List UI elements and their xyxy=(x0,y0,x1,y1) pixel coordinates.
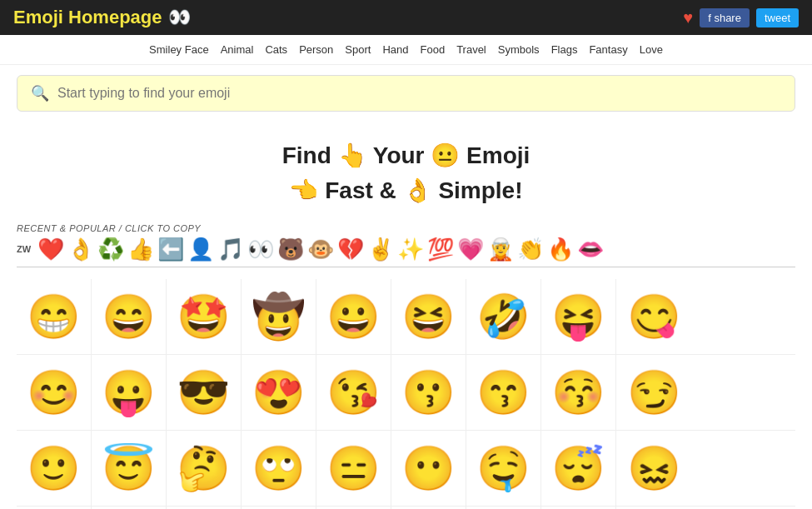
nav-item-travel[interactable]: Travel xyxy=(456,43,486,56)
nav-item-smiley-face[interactable]: Smiley Face xyxy=(149,43,209,56)
recent-emoji[interactable]: 👍 xyxy=(127,238,154,260)
share-button[interactable]: f share xyxy=(700,8,750,27)
recent-section: RECENT & POPULAR / click to copy ZW ❤️👌♻… xyxy=(0,217,812,271)
emoji-cell[interactable]: 😘 xyxy=(316,355,391,430)
nav-item-animal[interactable]: Animal xyxy=(221,43,254,56)
recent-emoji[interactable]: 👏 xyxy=(517,238,544,260)
emoji-cell[interactable]: 🤠 xyxy=(242,279,316,354)
recent-emoji[interactable]: 🎵 xyxy=(217,238,244,260)
emoji-cell[interactable]: 😀 xyxy=(316,279,391,354)
nav-item-hand[interactable]: Hand xyxy=(382,43,408,56)
search-container: 🔍 xyxy=(17,75,795,112)
recent-emoji[interactable]: ⬅️ xyxy=(157,238,184,260)
recent-label: RECENT & POPULAR / click to copy xyxy=(17,223,795,233)
emoji-cell[interactable]: 🤣 xyxy=(466,279,541,354)
emoji-cell[interactable]: 🙂 xyxy=(17,431,92,506)
recent-emoji[interactable]: 💔 xyxy=(337,238,364,260)
site-title: Emoji Homepage xyxy=(13,7,162,28)
header: Emoji Homepage 👀 ♥ f share tweet xyxy=(0,0,812,35)
tweet-button[interactable]: tweet xyxy=(756,8,799,27)
emoji-cell[interactable]: 😚 xyxy=(541,355,616,430)
emoji-cell[interactable]: 😄 xyxy=(92,279,167,354)
emoji-cell[interactable]: 🙄 xyxy=(242,431,316,506)
emoji-cell[interactable]: 😙 xyxy=(466,355,541,430)
header-right: ♥ f share tweet xyxy=(683,8,799,27)
eyes-emoji: 👀 xyxy=(168,7,191,28)
nav-item-symbols[interactable]: Symbols xyxy=(498,43,540,56)
emoji-row: 🙂😇🤔🙄😑😶🤤😴😖 xyxy=(17,431,795,507)
hero-section: Find 👆 Your 😐 Emoji 👈 Fast & 👌 Simple! xyxy=(0,122,812,217)
recent-emoji[interactable]: ❤️ xyxy=(37,238,64,260)
emoji-cell[interactable]: 😆 xyxy=(391,279,466,354)
emoji-cell[interactable]: 😋 xyxy=(616,279,691,354)
zw-label: ZW xyxy=(17,244,31,254)
emoji-cell[interactable]: 😶 xyxy=(391,431,466,506)
recent-emoji[interactable]: 👀 xyxy=(247,238,274,260)
emoji-cell[interactable]: 😗 xyxy=(391,355,466,430)
emoji-cell[interactable]: 😁 xyxy=(17,279,92,354)
nav-item-food[interactable]: Food xyxy=(420,43,445,56)
emoji-cell[interactable]: 😝 xyxy=(541,279,616,354)
emoji-cell[interactable]: 🤤 xyxy=(466,431,541,506)
emoji-cell[interactable]: 😍 xyxy=(242,355,316,430)
recent-emoji[interactable]: ✨ xyxy=(397,238,424,260)
nav-item-cats[interactable]: Cats xyxy=(265,43,287,56)
emoji-cell[interactable]: 😴 xyxy=(541,431,616,506)
recent-emoji[interactable]: 👄 xyxy=(577,238,604,260)
recent-emoji[interactable]: 🧝 xyxy=(487,238,514,260)
recent-emoji[interactable]: 💯 xyxy=(427,238,454,260)
nav-item-flags[interactable]: Flags xyxy=(551,43,578,56)
emoji-cell[interactable]: 😖 xyxy=(616,431,691,506)
emoji-cell[interactable]: 🤔 xyxy=(167,431,242,506)
recent-emoji[interactable]: 👤 xyxy=(187,238,214,260)
heart-icon[interactable]: ♥ xyxy=(683,8,693,27)
nav-item-sport[interactable]: Sport xyxy=(345,43,371,56)
search-input[interactable] xyxy=(57,86,781,101)
emoji-cell[interactable]: 😛 xyxy=(92,355,167,430)
emoji-row: 😊😛😎😍😘😗😙😚😏 xyxy=(17,355,795,431)
hero-line2: 👈 Fast & 👌 Simple! xyxy=(0,173,812,208)
hero-line1: Find 👆 Your 😐 Emoji xyxy=(0,138,812,173)
search-icon: 🔍 xyxy=(31,84,49,102)
emoji-grid: 😁😄🤩🤠😀😆🤣😝😋😊😛😎😍😘😗😙😚😏🙂😇🤔🙄😑😶🤤😴😖😢😬😵😦😧😮😲😱😤 xyxy=(0,271,812,509)
recent-emoji[interactable]: ✌️ xyxy=(367,238,394,260)
nav-item-love[interactable]: Love xyxy=(640,43,663,56)
recent-emoji[interactable]: 🔥 xyxy=(547,238,574,260)
emoji-cell[interactable]: 🤩 xyxy=(167,279,242,354)
emoji-cell[interactable]: 😊 xyxy=(17,355,92,430)
category-nav: Smiley FaceAnimalCatsPersonSportHandFood… xyxy=(0,35,812,65)
recent-emoji[interactable]: 👌 xyxy=(67,238,94,260)
recent-emoji[interactable]: 💗 xyxy=(457,238,484,260)
nav-item-fantasy[interactable]: Fantasy xyxy=(589,43,627,56)
recent-emoji[interactable]: 🐻 xyxy=(277,238,304,260)
recent-emoji[interactable]: 🐵 xyxy=(307,238,334,260)
emoji-row: 😁😄🤩🤠😀😆🤣😝😋 xyxy=(17,279,795,355)
emoji-cell[interactable]: 😇 xyxy=(92,431,167,506)
emoji-cell[interactable]: 😑 xyxy=(316,431,391,506)
recent-emoji[interactable]: ♻️ xyxy=(97,238,124,260)
header-left: Emoji Homepage 👀 xyxy=(13,7,191,28)
emoji-cell[interactable]: 😏 xyxy=(616,355,691,430)
recent-row: ZW ❤️👌♻️👍⬅️👤🎵👀🐻🐵💔✌️✨💯💗🧝👏🔥👄 xyxy=(17,238,795,267)
nav-item-person[interactable]: Person xyxy=(299,43,333,56)
emoji-cell[interactable]: 😎 xyxy=(167,355,242,430)
